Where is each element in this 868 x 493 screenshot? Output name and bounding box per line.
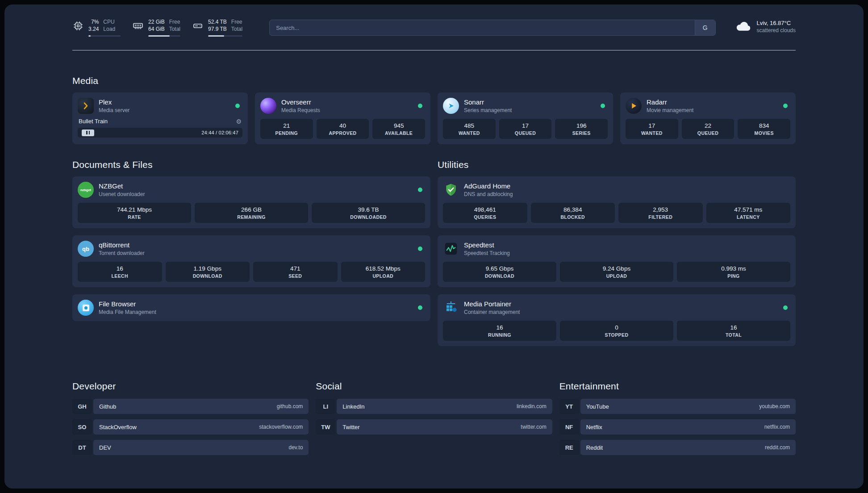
bookmark-url: stackoverflow.com — [259, 424, 303, 430]
search-provider-button[interactable]: G — [695, 20, 715, 35]
stat-block: 39.6 TB DOWNLOADED — [312, 203, 425, 223]
stat-value: 485 — [445, 122, 494, 129]
bookmark-name: Github — [99, 403, 116, 410]
service-name: NZBGet — [99, 182, 145, 190]
stat-value: 744.21 Mbps — [79, 206, 189, 213]
bookmarks-area: Developer GH Github github.com SO StackO… — [72, 381, 796, 478]
bookmark-abbr: RE — [559, 440, 579, 455]
disk-total-value: 97.9 TB — [208, 26, 227, 33]
stat-block: 945 AVAILABLE — [372, 119, 425, 139]
bookmark-abbr: YT — [559, 399, 579, 414]
status-dot — [235, 104, 240, 108]
pause-button[interactable] — [82, 130, 94, 136]
stat-label: SEED — [255, 273, 336, 279]
memory-progress-track — [148, 35, 180, 37]
disk-icon — [192, 21, 204, 31]
stat-value: 1.19 Gbps — [167, 265, 248, 272]
stat-label: SERIES — [557, 130, 606, 136]
bookmark-name: Twitter — [342, 424, 359, 430]
search-bar: G — [269, 20, 715, 36]
service-card-nzbget[interactable]: nzbget NZBGet Usenet downloader 744.21 M… — [72, 176, 430, 228]
service-card-plex[interactable]: Plex Media server Bullet Train ⚙ 24:44 /… — [72, 92, 248, 144]
stat-value: 86,384 — [533, 206, 613, 213]
service-desc: Usenet downloader — [99, 191, 145, 197]
search-input[interactable] — [270, 20, 694, 35]
stat-block: 0 STOPPED — [560, 321, 673, 341]
service-desc: Media Requests — [281, 107, 320, 113]
service-card-adguard[interactable]: AdGuard Home DNS and adblocking 498,461 … — [438, 176, 796, 228]
service-card-filebrowser[interactable]: File Browser Media File Management — [72, 294, 430, 321]
service-desc: Movie management — [647, 107, 693, 113]
stat-value: 0 — [562, 324, 672, 331]
stat-block: 744.21 Mbps RATE — [78, 203, 191, 223]
stat-value: 266 GB — [196, 206, 306, 213]
bookmark-stackoverflow[interactable]: SO StackOverflow stackoverflow.com — [72, 419, 309, 435]
stat-label: PING — [679, 273, 789, 279]
service-desc: Container management — [464, 309, 520, 315]
stat-block: 9.24 Gbps UPLOAD — [560, 262, 673, 282]
service-card-speedtest[interactable]: Speedtest Speedtest Tracking 9.65 Gbps D… — [438, 235, 796, 287]
service-card-sonarr[interactable]: Sonarr Series management 485 WANTED 17 Q… — [438, 92, 613, 144]
status-dot — [418, 188, 422, 192]
stat-label: MOVIES — [739, 130, 789, 136]
nzbget-logo-text: nzbget — [80, 188, 91, 192]
service-desc: Torrent downloader — [99, 250, 145, 256]
stat-label: DOWNLOAD — [445, 273, 555, 279]
stat-block: 40 APPROVED — [317, 119, 369, 139]
bookmark-abbr: GH — [72, 399, 92, 414]
service-card-portainer[interactable]: Media Portainer Container management 16 … — [438, 294, 796, 346]
stat-label: WANTED — [627, 130, 676, 136]
stat-block: 618.52 Mbps UPLOAD — [341, 262, 426, 282]
bookmark-abbr: DT — [72, 440, 92, 455]
bookmark-dev[interactable]: DT DEV dev.to — [72, 440, 309, 455]
bookmark-youtube[interactable]: YT YouTube youtube.com — [559, 399, 796, 414]
bookmark-name: Netflix — [586, 424, 602, 430]
stat-value: 22 — [684, 122, 733, 129]
bookmark-url: reddit.com — [765, 444, 790, 451]
memory-free-value: 22 GiB — [148, 19, 165, 26]
cpu-usage-value: 7% — [88, 19, 99, 26]
cpu-load-value: 3.24 — [88, 26, 99, 33]
service-desc: Media server — [99, 107, 129, 113]
stat-value: 17 — [627, 122, 676, 129]
status-dot — [418, 104, 422, 108]
status-dot — [601, 104, 605, 108]
stat-value: 40 — [318, 122, 367, 129]
gear-icon[interactable]: ⚙ — [236, 118, 242, 125]
stat-label: PENDING — [262, 130, 311, 136]
stat-label: WANTED — [445, 130, 494, 136]
bookmark-netflix[interactable]: NF Netflix netflix.com — [559, 419, 796, 435]
disk-free-value: 52.4 TB — [208, 19, 227, 26]
bookmark-linkedin[interactable]: LI LinkedIn linkedin.com — [316, 399, 552, 414]
disk-total-label: Total — [231, 26, 242, 33]
sonarr-icon — [443, 98, 459, 114]
section-title-social: Social — [316, 381, 552, 392]
stat-block: 17 QUEUED — [499, 119, 552, 139]
bookmark-name: LinkedIn — [342, 403, 364, 410]
documents-column: Documents & Files nzbget NZBGet Usenet d… — [72, 159, 430, 353]
bookmark-reddit[interactable]: RE Reddit reddit.com — [559, 440, 796, 455]
adguard-icon — [443, 182, 459, 198]
disk-widget: 52.4 TB 97.9 TB Free Total — [192, 19, 242, 37]
service-card-radarr[interactable]: Radarr Movie management 17 WANTED 22 QUE… — [620, 92, 796, 144]
section-title-entertainment: Entertainment — [559, 381, 796, 392]
section-title-documents: Documents & Files — [72, 159, 430, 170]
status-dot — [418, 305, 422, 310]
service-name: AdGuard Home — [464, 182, 513, 190]
player-progress-bar[interactable]: 24:44 / 02:06:47 — [78, 128, 242, 138]
bookmark-twitter[interactable]: TW Twitter twitter.com — [316, 419, 552, 435]
bookmark-abbr: LI — [316, 399, 335, 414]
top-bar: 7% 3.24 CPU Load — [72, 19, 796, 37]
service-card-overseerr[interactable]: Overseerr Media Requests 21 PENDING 40 A… — [255, 92, 430, 144]
cpu-progress-fill — [88, 35, 91, 37]
stat-value: 945 — [374, 122, 423, 129]
disk-progress-fill — [208, 35, 224, 37]
cpu-load-label: Load — [103, 26, 115, 33]
memory-icon — [132, 21, 144, 31]
section-title-utilities: Utilities — [438, 159, 796, 170]
stat-label: REMAINING — [196, 214, 306, 220]
bookmark-github[interactable]: GH Github github.com — [72, 399, 309, 414]
bookmark-name: YouTube — [586, 403, 609, 410]
stat-block: 196 SERIES — [555, 119, 608, 139]
service-card-qbittorrent[interactable]: qb qBittorrent Torrent downloader 16 LEE… — [72, 235, 430, 287]
